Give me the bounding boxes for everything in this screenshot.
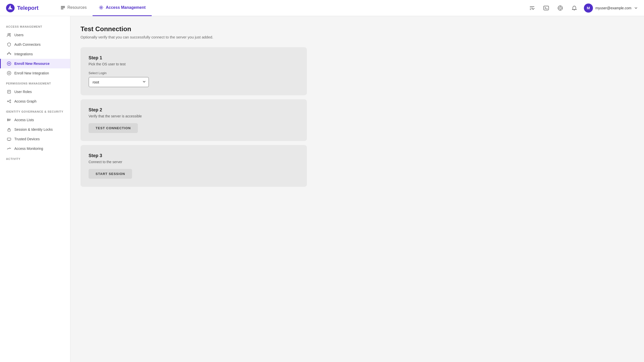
sidebar-label-auth-connectors: Auth Connectors: [14, 42, 41, 47]
sidebar-label-enroll-new-resource: Enroll New Resource: [14, 62, 50, 66]
start-session-button[interactable]: START SESSION: [89, 169, 132, 179]
sidebar-label-enroll-new-integration: Enroll New Integration: [14, 71, 49, 75]
sidebar-item-users[interactable]: Users: [0, 30, 70, 40]
svg-point-24: [8, 33, 9, 35]
svg-point-1: [10, 7, 11, 9]
tasks-button[interactable]: [528, 4, 537, 13]
nav-item-access-management[interactable]: Access Management: [93, 0, 151, 16]
login-select[interactable]: root ubuntu ec2-user: [89, 77, 149, 87]
sidebar-label-users: Users: [14, 33, 24, 37]
resources-icon: [60, 5, 65, 10]
svg-rect-49: [8, 129, 10, 131]
sidebar-label-session-identity-locks: Session & Identity Locks: [14, 127, 53, 131]
svg-rect-35: [8, 90, 11, 93]
page-subtitle: Optionally verify that you can successfu…: [80, 35, 634, 39]
sidebar-section-access-management: Access Management: [0, 21, 70, 30]
user-roles-icon: [7, 89, 11, 94]
sidebar-item-enroll-new-integration[interactable]: Enroll New Integration: [0, 68, 70, 78]
svg-point-25: [10, 33, 11, 34]
sidebar-item-session-identity-locks[interactable]: Session & Identity Locks: [0, 125, 70, 134]
svg-rect-3: [61, 7, 65, 8]
step2-card: Step 2 Verify that the server is accessi…: [80, 99, 307, 141]
terminal-button[interactable]: [542, 4, 551, 13]
nav-item-resources[interactable]: Resources: [54, 0, 93, 16]
bell-icon: [571, 5, 577, 11]
access-management-icon: [99, 5, 104, 10]
ai-button[interactable]: [556, 4, 565, 13]
sidebar-item-auth-connectors[interactable]: Auth Connectors: [0, 40, 70, 49]
step3-desc: Connect to the server: [89, 160, 299, 164]
tasks-icon: [529, 5, 535, 11]
svg-point-28: [9, 52, 10, 53]
svg-rect-4: [61, 9, 63, 9]
page-title: Test Connection: [80, 25, 634, 33]
sidebar: Access Management Users Auth Connectors: [0, 16, 70, 362]
sidebar-label-integrations: Integrations: [14, 52, 33, 56]
terminal-icon: [543, 5, 549, 11]
svg-point-39: [10, 100, 11, 101]
svg-rect-50: [7, 138, 11, 140]
avatar: M: [584, 4, 593, 13]
login-select-wrapper: root ubuntu ec2-user: [89, 77, 149, 87]
step2-title: Step 2: [89, 107, 299, 113]
svg-point-19: [559, 7, 561, 9]
nav-label-resources: Resources: [67, 5, 87, 10]
svg-rect-2: [61, 6, 65, 7]
nav-items: Resources Access Management: [54, 0, 519, 16]
svg-point-45: [8, 120, 8, 120]
sidebar-section-activity: Activity: [0, 153, 70, 162]
step1-title: Step 1: [89, 55, 299, 61]
sidebar-section-permissions: Permissions Management: [0, 78, 70, 87]
shield-icon: [7, 42, 11, 47]
access-lists-icon: [7, 118, 11, 122]
top-nav: Teleport Resources Access Mana: [0, 0, 644, 16]
plus-circle-icon-2: [7, 71, 11, 75]
logo[interactable]: Teleport: [6, 4, 46, 12]
svg-line-42: [8, 102, 10, 102]
sidebar-label-access-graph: Access Graph: [14, 99, 36, 103]
svg-line-12: [102, 6, 103, 7]
trusted-devices-icon: [7, 137, 11, 141]
sidebar-label-user-roles: User Roles: [14, 90, 32, 94]
logo-text: Teleport: [17, 5, 38, 11]
step2-desc: Verify that the server is accessible: [89, 114, 299, 118]
svg-line-10: [100, 6, 101, 7]
teleport-logo-icon: [6, 4, 15, 12]
monitoring-icon: [7, 146, 11, 151]
test-connection-button[interactable]: TEST CONNECTION: [89, 123, 138, 133]
layout: Access Management Users Auth Connectors: [0, 16, 644, 362]
svg-line-11: [102, 8, 103, 9]
select-login-label: Select Login: [89, 71, 299, 75]
sidebar-item-access-graph[interactable]: Access Graph: [0, 97, 70, 106]
sidebar-label-access-lists: Access Lists: [14, 118, 34, 122]
lock-icon: [7, 127, 11, 132]
nav-right: M myuser@example.com: [528, 4, 638, 13]
step1-card: Step 1 Pick the OS user to test Select L…: [80, 47, 307, 95]
sidebar-item-enroll-new-resource[interactable]: Enroll New Resource: [0, 59, 70, 68]
brain-icon: [557, 5, 563, 11]
nav-label-access-management: Access Management: [106, 5, 145, 10]
sidebar-item-trusted-devices[interactable]: Trusted Devices: [0, 134, 70, 144]
main-content: Test Connection Optionally verify that y…: [70, 16, 644, 362]
sidebar-item-integrations[interactable]: Integrations: [0, 49, 70, 59]
chevron-down-icon: [634, 6, 638, 10]
users-icon: [7, 33, 11, 37]
integrations-icon: [7, 52, 11, 56]
sidebar-item-user-roles[interactable]: User Roles: [0, 87, 70, 97]
user-menu[interactable]: M myuser@example.com: [584, 4, 638, 13]
notifications-button[interactable]: [570, 4, 579, 13]
svg-rect-16: [544, 6, 549, 10]
sidebar-item-access-lists[interactable]: Access Lists: [0, 115, 70, 125]
svg-point-40: [10, 102, 11, 103]
step3-title: Step 3: [89, 153, 299, 158]
sidebar-label-access-monitoring: Access Monitoring: [14, 147, 43, 151]
step3-card: Step 3 Connect to the server START SESSI…: [80, 145, 307, 187]
step1-desc: Pick the OS user to test: [89, 62, 299, 66]
sidebar-label-trusted-devices: Trusted Devices: [14, 137, 40, 141]
sidebar-section-identity: Identity Governance & Security: [0, 106, 70, 115]
plus-circle-icon: [7, 61, 11, 66]
svg-point-5: [101, 7, 102, 8]
access-graph-icon: [7, 99, 11, 104]
svg-line-41: [8, 101, 10, 101]
sidebar-item-access-monitoring[interactable]: Access Monitoring: [0, 144, 70, 153]
